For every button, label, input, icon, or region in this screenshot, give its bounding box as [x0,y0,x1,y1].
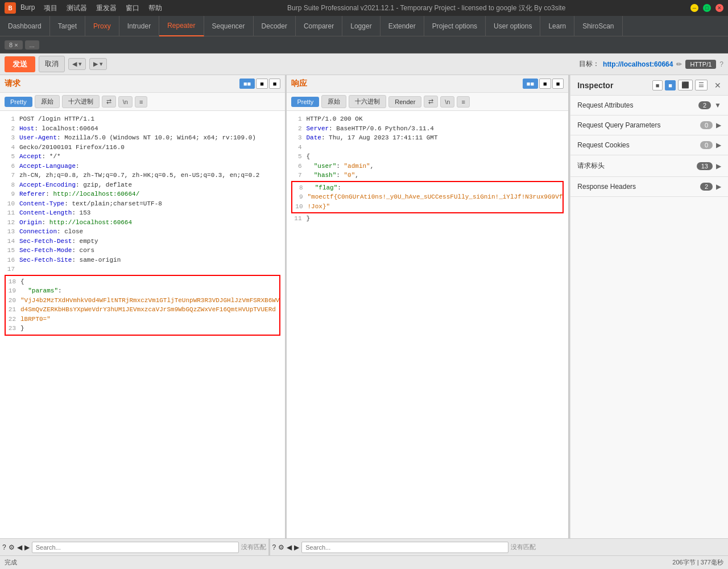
window-controls: ─ □ ✕ [690,4,723,12]
tab-decoder[interactable]: Decoder [254,16,296,36]
inspector-label-request-headers: 请求标头 [577,161,696,171]
response-editor-toolbar: Pretty 原始 十六进制 Render ⇄ \n ≡ [287,93,568,111]
close-button[interactable]: ✕ [715,4,723,12]
resp-view-bottom-btn[interactable]: ■ [552,79,564,89]
inspector-row-request-attributes[interactable]: Request Attributes 2 ▼ [570,96,728,116]
inspector-label-response-headers: Response Headers [577,183,700,191]
menu-scanner[interactable]: 测试器 [67,3,87,13]
chevron-right-icon-3: ▶ [716,162,721,170]
help-icon[interactable]: ? [719,60,723,68]
response-panel-title: 响应 [291,79,307,89]
tab-logger[interactable]: Logger [342,16,380,36]
edit-target-icon[interactable]: ✏ [676,60,682,68]
http-version-badge: HTTP/1 [685,60,716,69]
next-request-button[interactable]: ▶ ▾ [89,58,107,70]
sub-toolbar: 8 × ... [0,36,728,53]
request-tab-more[interactable]: ... [25,40,39,50]
resp-settings-icon[interactable]: ⚙ [278,543,284,551]
req-prev-match-icon[interactable]: ◀ [17,543,22,551]
prev-request-button[interactable]: ◀ ▾ [68,58,86,70]
tab-repeater[interactable]: Repeater [159,16,204,36]
request-view-buttons: ■■ ■ ■ [239,79,281,89]
response-code-area[interactable]: 1HTTP/1.0 200 OK 2Server: BaseHTTP/0.6 P… [287,111,568,538]
status-right-text: 206字节 | 377毫秒 [672,558,723,567]
menu-help[interactable]: 帮助 [148,3,162,13]
resp-raw-btn[interactable]: 原始 [321,95,346,108]
inspector-grid-btn[interactable]: ■ [652,80,663,90]
inspector-close-button[interactable]: ✕ [714,81,721,90]
inspector-row-query-params[interactable]: Request Query Parameters 0 ▶ [570,116,728,135]
status-left-text: 完成 [5,558,672,567]
inspector-sort-desc-btn[interactable]: ☰ [695,80,708,90]
request-tab-8[interactable]: 8 × [5,40,23,50]
req-hex-btn[interactable]: 十六进制 [62,95,100,108]
inspector-count-query-params: 0 [700,121,713,129]
resp-help-icon[interactable]: ? [272,543,276,551]
req-next-match-icon[interactable]: ▶ [24,543,30,551]
titlebar: B Burp 项目 测试器 重发器 窗口 帮助 Burp Suite Profe… [0,0,728,16]
request-editor-toolbar: Pretty 原始 十六进制 ⇄ \n ≡ [0,93,285,111]
status-bar: 完成 206字节 | 377毫秒 [0,555,728,569]
request-code-area[interactable]: 1POST /login HTTP/1.1 2Host: localhost:6… [0,111,285,538]
inspector-row-cookies[interactable]: Request Cookies 0 ▶ [570,135,728,155]
menu-project[interactable]: 项目 [44,3,57,13]
inspector-row-response-headers[interactable]: Response Headers 2 ▶ [570,177,728,197]
view-bottom-btn[interactable]: ■ [269,79,281,89]
menu-repeater[interactable]: 重发器 [96,3,117,13]
tab-intruder[interactable]: Intruder [119,16,159,36]
req-transform-icon[interactable]: ⇄ [102,96,116,108]
req-newline-icon[interactable]: \n [118,96,133,108]
menu-bar: Burp 项目 测试器 重发器 窗口 帮助 [20,3,162,13]
tab-sequencer[interactable]: Sequencer [204,16,254,36]
maximize-button[interactable]: □ [703,4,711,12]
inspector-label-query-params: Request Query Parameters [577,121,700,129]
resp-prev-match-icon[interactable]: ◀ [287,543,292,551]
inspector-count-request-headers: 13 [697,162,713,170]
tab-learn[interactable]: Learn [540,16,574,36]
req-settings-icon[interactable]: ⚙ [9,543,15,551]
inspector-sort-asc-btn[interactable]: ⬛ [678,80,693,90]
view-top-btn[interactable]: ■ [256,79,268,89]
tab-shiroscan[interactable]: ShiroScan [574,16,622,36]
resp-pretty-btn[interactable]: Pretty [291,97,319,107]
req-pretty-btn[interactable]: Pretty [5,97,32,107]
request-search-input[interactable] [32,542,239,553]
menu-window[interactable]: 窗口 [126,3,139,13]
response-search-input[interactable] [301,542,508,553]
inspector-list-btn[interactable]: ■ [665,80,676,90]
action-bar: 发送 取消 ◀ ▾ ▶ ▾ 目标： http://localhost:60664… [0,53,728,75]
cancel-button[interactable]: 取消 [39,56,65,72]
tab-user-options[interactable]: User options [486,16,540,36]
resp-render-btn[interactable]: Render [388,96,421,108]
tab-extender[interactable]: Extender [380,16,424,36]
inspector-header: Inspector ■ ■ ⬛ ☰ ✕ [570,75,728,96]
req-raw-btn[interactable]: 原始 [35,95,60,108]
main-content: 请求 ■■ ■ ■ Pretty 原始 十六进制 ⇄ \n ≡ 1POST /l… [0,75,728,538]
tab-dashboard[interactable]: Dashboard [0,16,50,36]
tab-comparer[interactable]: Comparer [296,16,342,36]
tab-project-options[interactable]: Project options [424,16,486,36]
chevron-right-icon-4: ▶ [716,183,721,191]
resp-next-match-icon[interactable]: ▶ [294,543,299,551]
resp-transform-icon[interactable]: ⇄ [424,96,438,108]
resp-newline-icon[interactable]: \n [440,96,454,108]
inspector-row-request-headers[interactable]: 请求标头 13 ▶ [570,155,728,177]
resp-menu-icon[interactable]: ≡ [457,96,469,108]
chevron-right-icon-2: ▶ [716,141,721,149]
response-search-section: ? ⚙ ◀ ▶ 没有匹配 [272,542,536,553]
view-split-btn[interactable]: ■■ [239,79,255,89]
resp-view-split-btn[interactable]: ■■ [523,79,538,89]
tab-target[interactable]: Target [50,16,85,36]
req-menu-icon[interactable]: ≡ [135,96,147,108]
resp-view-top-btn[interactable]: ■ [539,79,551,89]
chevron-right-icon: ▶ [716,121,721,129]
resp-hex-btn[interactable]: 十六进制 [349,95,386,108]
send-button[interactable]: 发送 [5,56,35,72]
response-no-match-label: 没有匹配 [511,543,536,551]
minimize-button[interactable]: ─ [690,4,698,12]
request-search-section: ? ⚙ ◀ ▶ 没有匹配 [2,542,266,553]
req-help-icon[interactable]: ? [2,543,6,551]
menu-burp[interactable]: Burp [20,3,35,13]
main-navigation: Dashboard Target Proxy Intruder Repeater… [0,16,728,36]
tab-proxy[interactable]: Proxy [85,16,119,36]
